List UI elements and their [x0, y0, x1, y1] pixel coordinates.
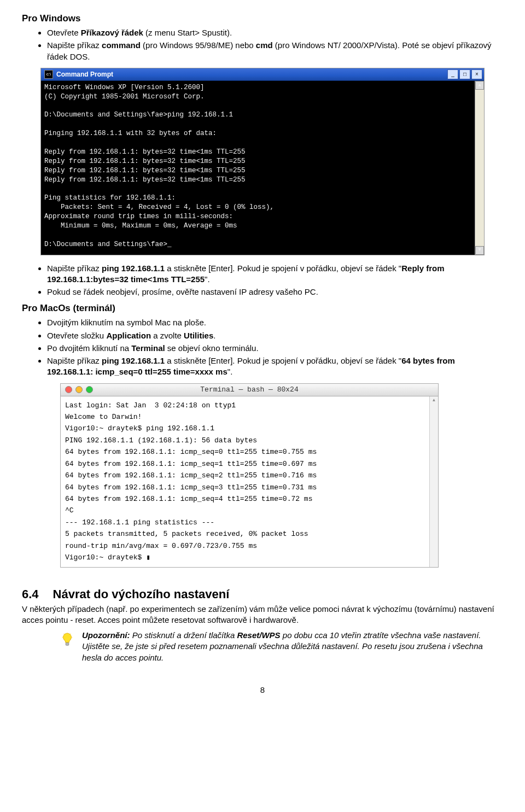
text-bold: ping 192.168.1.1: [102, 264, 165, 273]
note-text: Upozornění: Po stisknutí a držení tlačít…: [82, 630, 503, 663]
scrollbar[interactable]: ▲ ▼: [475, 81, 484, 255]
text-bold: ping 192.168.1.1: [102, 356, 165, 365]
heading-pro-windows: Pro Windows: [22, 13, 503, 24]
text: Otevřete složku: [47, 331, 106, 340]
text: Pokud se řádek neobjeví, prosíme, ověřte…: [47, 287, 318, 296]
command-prompt-window: c:\ Command Prompt _ □ × Microsoft Windo…: [40, 68, 485, 255]
text: (pro Windows 95/98/ME) nebo: [141, 40, 256, 50]
text: Dvojitým kliknutím na symbol Mac na ploš…: [47, 318, 206, 327]
minimize-icon[interactable]: _: [447, 69, 458, 79]
heading-pro-macos: Pro MacOs (terminál): [22, 303, 503, 314]
text-bold: Upozornění:: [82, 630, 130, 640]
mac-terminal-window: Terminal — bash — 80x24 Last login: Sat …: [60, 383, 439, 568]
text: (z menu Start> Spustit).: [143, 28, 232, 37]
text-bold: Utilities: [184, 331, 213, 340]
text: ".: [205, 274, 210, 284]
text: a stiskněte [Enter]. Pokud je spojení v …: [165, 264, 401, 273]
window-titlebar: Terminal — bash — 80x24: [61, 384, 438, 396]
list-item: Pokud se řádek neobjeví, prosíme, ověřte…: [47, 287, 503, 297]
text: Otevřete: [47, 28, 81, 37]
scroll-up-icon[interactable]: ▲: [475, 81, 484, 90]
scrollbar[interactable]: [429, 396, 438, 567]
list-item: Napište příkaz ping 192.168.1.1 a stiskn…: [47, 355, 503, 378]
svg-rect-0: [66, 643, 69, 646]
maximize-icon[interactable]: □: [459, 69, 470, 79]
list-item: Napište příkaz command (pro Windows 95/9…: [47, 40, 503, 62]
text: se objeví okno terminálu.: [165, 343, 259, 353]
window-title: Terminal — bash — 80x24: [61, 385, 438, 394]
text: Napište příkaz: [47, 356, 102, 365]
command-output: Microsoft Windows XP [Version 5.1.2600] …: [41, 81, 484, 255]
section-title: Návrat do výchozího nastavení: [53, 587, 230, 601]
text: Po stisknutí a držení tlačítka: [130, 630, 237, 640]
paragraph: V některých případech (např. po experime…: [22, 604, 503, 626]
text: Po dvojitém kliknutí na: [47, 343, 131, 353]
text: .: [213, 331, 215, 340]
terminal-output: Last login: Sat Jan 3 02:24:18 on ttyp1 …: [61, 396, 438, 567]
section-number: 6.4: [22, 587, 39, 601]
text-bold: cmd: [256, 40, 273, 50]
scroll-down-icon[interactable]: ▼: [475, 246, 484, 255]
lightbulb-icon: [60, 632, 74, 649]
heading-6-4: 6.4 Návrat do výchozího nastavení: [22, 587, 503, 601]
text: ".: [228, 367, 233, 376]
text: Napište příkaz: [47, 264, 102, 273]
list-item: Napište příkaz ping 192.168.1.1 a stiskn…: [47, 263, 503, 285]
page-number: 8: [22, 685, 503, 694]
text-bold: Příkazový řádek: [81, 28, 143, 37]
window-title: Command Prompt: [56, 71, 447, 78]
terminal-icon: c:\: [44, 70, 53, 79]
text: a stiskněte [Enter]. Pokud je spojení v …: [165, 356, 401, 365]
list-item: Otevřete Příkazový řádek (z menu Start> …: [47, 27, 503, 38]
list-item: Dvojitým kliknutím na symbol Mac na ploš…: [47, 317, 503, 328]
close-icon[interactable]: ×: [471, 69, 482, 79]
text-bold: Terminal: [131, 343, 165, 353]
text-bold: Application: [106, 331, 151, 340]
window-titlebar: c:\ Command Prompt _ □ ×: [41, 68, 484, 81]
text-bold: command: [102, 40, 141, 50]
text: Napište příkaz: [47, 40, 102, 50]
text-bold: Reset/WPS: [237, 630, 280, 640]
text: a zvolte: [151, 331, 184, 340]
list-item: Otevřete složku Application a zvolte Uti…: [47, 330, 503, 341]
list-item: Po dvojitém kliknutí na Terminal se obje…: [47, 343, 503, 354]
